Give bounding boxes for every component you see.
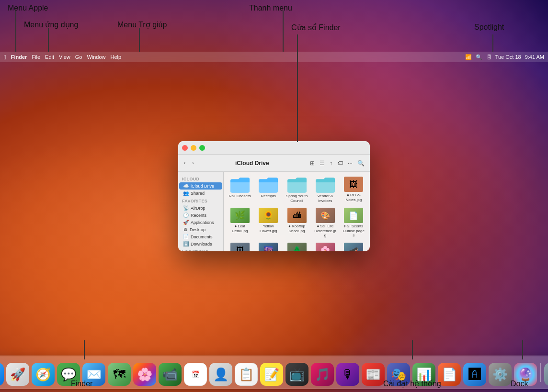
grid-view-icon[interactable]: ⊞ (308, 159, 316, 167)
file-title-cover[interactable]: 🖼 Title Cover.jpg (228, 242, 252, 251)
recents-icon: 🕐 (183, 213, 189, 218)
finder-title: iCloud Drive (199, 160, 306, 167)
maximize-button[interactable] (199, 145, 205, 151)
dock-app-appletv[interactable]: 📺 (285, 363, 308, 386)
wifi-icon[interactable]: 📶 (465, 54, 472, 60)
finder-toolbar: ‹ › iCloud Drive ⊞ ☰ ↑ 🏷 ··· 🔍 (178, 155, 370, 172)
dock-app-photos[interactable]: 🌸 (133, 363, 156, 386)
sidebar-label-desktop: Desktop (190, 227, 206, 232)
datetime: Tue Oct 18 (495, 54, 521, 60)
file-still-life[interactable]: 🎨 ● Still Life Reference.jpg (313, 207, 337, 239)
file-name-rail-chasers: Rail Chasers (229, 194, 251, 199)
line-apple-menu (15, 11, 16, 52)
file-rail-chasers[interactable]: Rail Chasers (228, 176, 252, 200)
file-skater[interactable]: 🛹 Skater.jpeg (342, 242, 366, 251)
file-lone-pine[interactable]: 🌲 Lone Pine.jpeg (285, 242, 309, 251)
menu-help[interactable]: Help (111, 54, 122, 60)
spotlight-icon[interactable]: 🔍 (476, 54, 482, 60)
desktop-icon: 🖥 (183, 227, 188, 232)
finder-body: iCloud ☁️ iCloud Drive 👥 Shared Favorite… (178, 172, 370, 251)
file-vendor[interactable]: Vendor & Invoices (313, 176, 337, 204)
menu-window[interactable]: Window (87, 54, 105, 60)
dock-app-finder[interactable]: 🔍 (0, 363, 4, 386)
dock-app-pages[interactable]: 📄 (438, 363, 461, 386)
dock-app-reminders[interactable]: 📋 (235, 363, 258, 386)
dock-app-music[interactable]: 🎵 (311, 363, 334, 386)
file-row-1: Rail Chasers Receipts Spring Youth Counc… (228, 176, 366, 204)
file-mexico-city[interactable]: 🌆 Mexico City.jpeg (256, 242, 280, 251)
menu-file[interactable]: File (32, 54, 40, 60)
more-icon[interactable]: ··· (346, 159, 354, 167)
line-dock (522, 340, 523, 359)
annotation-menu-help: Menu Trợ giúp (117, 20, 167, 29)
close-button[interactable] (182, 145, 188, 151)
file-row-3: 🖼 Title Cover.jpg 🌆 Mexico City.jpeg 🌲 L… (228, 242, 366, 251)
annotation-menu-app: Menu ứng dụng (24, 20, 78, 29)
dock-app-facetime[interactable]: 📹 (159, 363, 182, 386)
file-pink[interactable]: 🌸 Pink.jpeg (313, 242, 337, 251)
file-rooftop[interactable]: 🏙 ● Rooftop Shoot.jpg (285, 207, 309, 234)
annotation-finder: Finder (71, 380, 92, 388)
line-system-settings (412, 340, 413, 359)
dock-app-news[interactable]: 📰 (362, 363, 385, 386)
line-finder-window (297, 34, 298, 142)
dock-app-maps[interactable]: 🗺 (108, 363, 131, 386)
file-name-spring-youth: Spring Youth Council (285, 194, 308, 203)
menu-go[interactable]: Go (75, 54, 82, 60)
sidebar-item-icloud-drive[interactable]: ☁️ iCloud Drive (179, 182, 222, 190)
dock-app-calendar[interactable]: 📅 (184, 363, 207, 386)
sidebar-section-icloud: iCloud (178, 175, 223, 182)
dock-app-notes[interactable]: 📝 (260, 363, 283, 386)
dock-app-podcasts[interactable]: 🎙 (336, 363, 359, 386)
menu-view[interactable]: View (59, 54, 70, 60)
sidebar-label-downloads: Downloads (191, 242, 212, 246)
apple-menu[interactable]:  (4, 54, 6, 61)
sidebar-label-documents: Documents (191, 235, 213, 239)
back-button[interactable]: ‹ (182, 159, 187, 167)
sidebar-label-airdrop: AirDrop (191, 206, 206, 211)
sidebar-item-shared[interactable]: 👥 Shared (179, 190, 222, 197)
documents-icon: 📄 (183, 234, 189, 239)
dock-app-safari[interactable]: 🧭 (32, 363, 55, 386)
control-center-icon[interactable]: 🎛 (486, 54, 491, 60)
file-receipts[interactable]: Receipts (256, 176, 280, 200)
time: 9:41 AM (525, 54, 544, 60)
sidebar-item-recents[interactable]: 🕐 Recents (179, 212, 222, 219)
share-icon[interactable]: ↑ (328, 159, 334, 167)
dock-app-contacts[interactable]: 👤 (209, 363, 232, 386)
dock-app-trash[interactable]: 🗑 (544, 363, 548, 386)
sidebar-item-downloads[interactable]: ⬇️ Downloads (179, 240, 222, 247)
minimize-button[interactable] (191, 145, 196, 151)
menu-edit[interactable]: Edit (45, 54, 54, 60)
dock-separator (540, 363, 541, 382)
file-yellow-flower[interactable]: 🌻 Yellow Flower.jpg (256, 207, 280, 234)
sidebar-section-favorites: Favorites (178, 197, 223, 204)
file-spring-youth[interactable]: Spring Youth Council (285, 176, 309, 204)
sidebar-label-recents: Recents (191, 213, 206, 218)
sidebar-item-desktop[interactable]: 🖥 Desktop (179, 226, 222, 233)
sidebar-item-documents[interactable]: 📄 Documents (179, 233, 222, 240)
annotation-finder-window: Cửa sổ Finder (291, 23, 341, 32)
line-menu-bar (283, 11, 284, 52)
dock-app-appstore[interactable]: 🅰 (463, 363, 486, 386)
sidebar-item-airdrop[interactable]: 📡 AirDrop (179, 204, 222, 212)
search-icon[interactable]: 🔍 (356, 159, 366, 167)
file-fall-scents[interactable]: 📄 Fall Scents Outline.pages (342, 207, 366, 239)
dock-app-launchpad[interactable]: 🚀 (6, 363, 29, 386)
sidebar-section-locations: Locations (178, 247, 223, 251)
file-name-ro-notes: ● RO.Z-Notes.jpg (342, 193, 365, 202)
dock-app-system-settings[interactable]: ⚙️ (489, 363, 512, 386)
file-ro-notes[interactable]: 🖼 ● RO.Z-Notes.jpg (342, 176, 366, 203)
file-leaf-detail[interactable]: 🌿 ● Leaf Detail.jpg (228, 207, 252, 234)
applications-icon: 🚀 (183, 220, 189, 225)
menu-finder[interactable]: Finder (11, 54, 27, 60)
finder-sidebar: iCloud ☁️ iCloud Drive 👥 Shared Favorite… (178, 172, 224, 251)
tag-icon[interactable]: 🏷 (336, 159, 344, 167)
sidebar-item-applications[interactable]: 🚀 Applications (179, 219, 222, 226)
finder-window: ‹ › iCloud Drive ⊞ ☰ ↑ 🏷 ··· 🔍 iCloud ☁️… (178, 141, 370, 251)
forward-button[interactable]: › (190, 159, 195, 167)
downloads-icon: ⬇️ (183, 241, 189, 246)
file-row-2: 🌿 ● Leaf Detail.jpg 🌻 Yellow Flower.jpg … (228, 207, 366, 239)
list-view-icon[interactable]: ☰ (318, 159, 326, 167)
shared-icon: 👥 (183, 190, 189, 196)
